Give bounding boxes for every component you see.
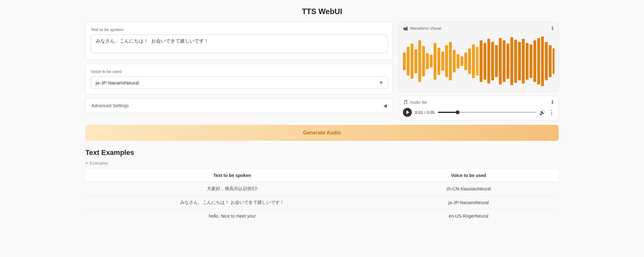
waveform-bar [499,38,502,84]
waveform-bar [403,52,406,70]
audio-download-button[interactable]: ⬇ [550,99,554,105]
example-voice: en-US-RogerNeural [379,210,558,223]
waveform-bar [445,45,448,77]
waveform-bar [503,40,506,82]
text-label: Text to be spoken [91,27,388,32]
page-title: TTS WebUI [0,0,644,22]
table-row[interactable]: 大家好，很高兴认识你们! zh-CN-XiaoxiaoNeural [86,182,559,196]
waveform-bar [422,46,425,76]
waveform-bar [495,45,498,77]
table-row[interactable]: みなさん、こんにちは！ お会いできて嬉しいです！ ja-JP-NanamiNeu… [86,196,559,210]
waveform-bar [426,53,429,69]
example-text: みなさん、こんにちは！ お会いできて嬉しいです！ [86,196,379,210]
waveform-bar [518,42,521,80]
waveform-bar [464,52,467,70]
voice-select-wrapper: ja-JP-NanamiNeural zh-CN-XiaoxiaoNeural … [91,76,388,89]
voice-label: Voice to be used [91,69,388,74]
waveform-bar [549,45,552,77]
audio-more-button[interactable]: ⋮ [549,109,554,116]
waveform-bar [483,43,486,80]
waveform-bar [437,48,440,75]
audio-card: 🎵 Audio file ⬇ 0:01 / 0:05 🔊 ⋮ [399,96,559,120]
waveform-bar [476,47,479,76]
waveform-bar [453,50,456,72]
audio-progress-fill [438,112,457,113]
voice-select[interactable]: ja-JP-NanamiNeural zh-CN-XiaoxiaoNeural … [91,76,388,89]
advanced-settings-label: Advanced Settings [91,103,129,108]
audio-title: 🎵 Audio file [403,100,427,105]
waveform-bar [457,54,459,68]
waveform-bar [514,40,517,83]
waveform-bar [407,47,410,76]
list-icon: ≡ [85,161,88,165]
waveform-bar [430,55,433,68]
waveform-bar [530,44,532,78]
waveform-bar [510,37,513,85]
examples-table: Text to be spoken Voice to be used 大家好，很… [85,169,559,223]
waveform-bar [537,38,540,84]
examples-table-head: Text to be spoken Voice to be used [86,169,559,182]
example-text: hello, Nice to meet you! [86,210,379,223]
audio-progress-thumb [456,110,459,114]
voice-card: Voice to be used ja-JP-NanamiNeural zh-C… [85,64,393,94]
col-header-voice: Voice to be used [379,169,558,182]
waveform-bar [449,42,452,80]
waveform-icon: 📹 [403,26,408,31]
waveform-bar [480,40,483,82]
examples-sub: ≡ Examples [85,161,559,165]
example-voice: ja-JP-NanamiNeural [379,196,558,210]
waveform-bar [507,44,509,79]
generate-section: Generate Audio [73,120,571,145]
waveform-bar [491,42,494,80]
text-card: Text to be spoken みなさん、こんにちは！ お会いできて嬉しいで… [85,22,393,60]
waveform-bar [441,52,444,71]
audio-icon: 🎵 [403,100,408,105]
waveform-bar [472,44,475,78]
waveform-bar [434,43,436,80]
left-panel: Text to be spoken みなさん、こんにちは！ お会いできて嬉しいで… [85,22,393,120]
waveform-card: 📹 Waveform Visual ⬇ [399,22,559,92]
waveform-bar [541,36,544,86]
waveform-bar [522,39,525,84]
waveform-bars [403,34,554,88]
waveform-area [403,34,554,88]
waveform-download-button[interactable]: ⬇ [550,25,554,31]
examples-section: Text Examples ≡ Examples Text to be spok… [73,145,571,232]
table-row[interactable]: hello, Nice to meet you! en-US-RogerNeur… [86,210,559,223]
waveform-bar [533,40,536,82]
waveform-bar [545,42,548,80]
right-panel: 📹 Waveform Visual ⬇ 🎵 Audio file ⬇ [399,22,559,120]
waveform-bar [487,39,490,84]
text-input[interactable]: みなさん、こんにちは！ お会いできて嬉しいです！ [91,35,388,53]
waveform-bar [468,48,471,74]
waveform-bar [526,43,529,80]
audio-progress-bar[interactable] [438,112,536,113]
examples-table-body: 大家好，很高兴认识你们! zh-CN-XiaoxiaoNeural みなさん、こ… [86,182,559,223]
waveform-title: 📹 Waveform Visual [403,26,441,31]
waveform-bar [553,48,554,74]
chevron-left-icon: ◀ [383,103,387,108]
waveform-bar [460,56,463,66]
waveform-bar [414,49,417,73]
example-voice: zh-CN-XiaoxiaoNeural [379,182,558,196]
examples-title: Text Examples [85,149,559,157]
waveform-header: 📹 Waveform Visual ⬇ [403,25,554,31]
waveform-bar [411,44,413,79]
audio-header: 🎵 Audio file ⬇ [403,99,554,105]
col-header-text: Text to be spoken [86,169,379,182]
waveform-bar [418,40,421,82]
audio-player: 0:01 / 0:05 🔊 ⋮ [403,108,554,117]
play-button[interactable] [403,108,412,117]
generate-audio-button[interactable]: Generate Audio [85,125,559,141]
example-text: 大家好，很高兴认识你们! [86,182,379,196]
audio-time-display: 0:01 / 0:05 [415,110,435,115]
advanced-settings-bar[interactable]: Advanced Settings ◀ [85,98,393,113]
volume-icon[interactable]: 🔊 [539,109,546,116]
